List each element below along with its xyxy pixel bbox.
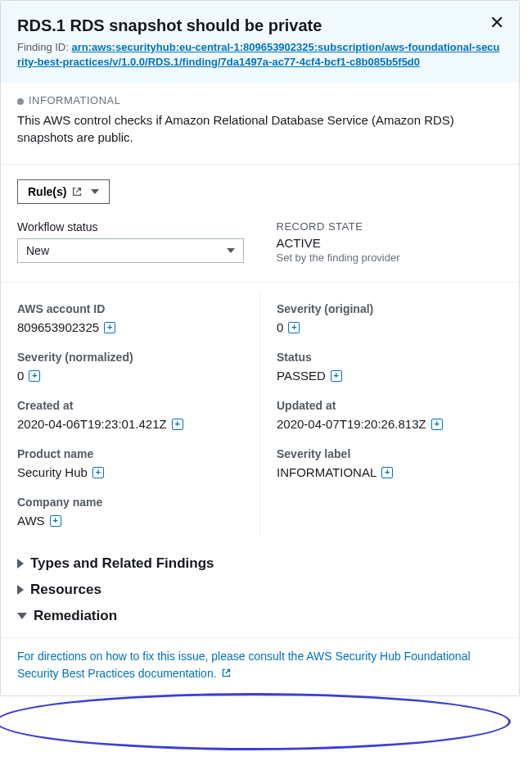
detail-row: Severity (normalized) 0+ Status PASSED+ xyxy=(1,342,519,391)
finding-title: RDS.1 RDS snapshot should be private xyxy=(17,16,503,35)
severity-label: INFORMATIONAL xyxy=(29,94,120,106)
workflow-status-label: Workflow status xyxy=(17,220,244,233)
detail-label: Severity label xyxy=(277,447,503,460)
add-filter-icon[interactable]: + xyxy=(331,370,342,382)
annotation-ellipse xyxy=(0,693,511,750)
detail-label: Updated at xyxy=(277,399,503,412)
detail-value: Security Hub xyxy=(17,465,88,479)
add-filter-icon[interactable]: + xyxy=(288,322,300,333)
detail-label: AWS account ID xyxy=(17,302,243,315)
finding-id-label: Finding ID: xyxy=(17,41,71,53)
add-filter-icon[interactable]: + xyxy=(431,419,443,430)
finding-detail-panel: ✕ RDS.1 RDS snapshot should be private F… xyxy=(0,0,520,696)
record-state-field: RECORD STATE ACTIVE Set by the finding p… xyxy=(277,220,503,264)
finding-header: ✕ RDS.1 RDS snapshot should be private F… xyxy=(1,1,519,83)
detail-value: AWS xyxy=(17,514,45,528)
remediation-section-header[interactable]: Remediation xyxy=(17,603,503,629)
add-filter-icon[interactable]: + xyxy=(29,370,40,382)
types-section-title: Types and Related Findings xyxy=(30,555,214,572)
description-block: INFORMATIONAL This AWS control checks if… xyxy=(1,83,519,165)
detail-value: 0 xyxy=(17,369,24,383)
severity-indicator: INFORMATIONAL xyxy=(17,94,503,106)
external-link-icon xyxy=(71,186,83,197)
detail-row: Product name Security Hub+ Severity labe… xyxy=(1,439,519,487)
description-text: This AWS control checks if Amazon Relati… xyxy=(17,111,503,146)
detail-label: Severity (original) xyxy=(277,302,503,315)
caret-down-icon xyxy=(91,189,99,194)
finding-id-line: Finding ID: arn:aws:securityhub:eu-centr… xyxy=(17,40,503,70)
record-state-value: ACTIVE xyxy=(277,236,503,250)
remediation-body: For directions on how to fix this issue,… xyxy=(1,637,519,695)
detail-value: 2020-04-07T19:20:26.813Z xyxy=(277,417,426,431)
add-filter-icon[interactable]: + xyxy=(50,515,61,527)
detail-value: 2020-04-06T19:23:01.421Z xyxy=(17,417,167,431)
detail-row: AWS account ID 809653902325+ Severity (o… xyxy=(1,294,519,342)
detail-row: Created at 2020-04-06T19:23:01.421Z+ Upd… xyxy=(1,391,519,439)
close-button[interactable]: ✕ xyxy=(488,14,506,32)
detail-value: INFORMATIONAL xyxy=(277,465,376,479)
types-section-header[interactable]: Types and Related Findings xyxy=(17,550,503,577)
resources-section-header[interactable]: Resources xyxy=(17,577,503,603)
caret-down-icon xyxy=(227,248,235,253)
external-link-icon xyxy=(221,668,232,678)
detail-label: Company name xyxy=(17,496,243,509)
detail-value: 0 xyxy=(277,320,283,334)
record-state-label: RECORD STATE xyxy=(277,220,503,233)
caret-right-icon xyxy=(17,585,24,595)
detail-label: Status xyxy=(277,351,503,364)
detail-label: Created at xyxy=(17,399,243,412)
controls-block: Rule(s) Workflow status New RECORD STATE… xyxy=(1,165,519,283)
detail-row: Company name AWS+ xyxy=(1,487,519,536)
add-filter-icon[interactable]: + xyxy=(104,322,115,333)
caret-down-icon xyxy=(17,613,27,619)
finding-id-link[interactable]: arn:aws:securityhub:eu-central-1:8096539… xyxy=(17,41,500,68)
rules-dropdown-button[interactable]: Rule(s) xyxy=(17,179,110,204)
remediation-section-title: Remediation xyxy=(34,608,117,624)
caret-right-icon xyxy=(17,559,24,568)
workflow-status-value: New xyxy=(26,244,49,257)
detail-label: Severity (normalized) xyxy=(17,351,243,364)
record-state-subtext: Set by the finding provider xyxy=(277,251,503,264)
resources-section-title: Resources xyxy=(30,582,101,598)
workflow-status-field: Workflow status New xyxy=(17,220,244,264)
detail-value: PASSED xyxy=(277,369,326,383)
workflow-status-select[interactable]: New xyxy=(17,238,244,263)
severity-dot-icon xyxy=(17,98,24,105)
add-filter-icon[interactable]: + xyxy=(92,467,104,478)
add-filter-icon[interactable]: + xyxy=(381,467,393,478)
add-filter-icon[interactable]: + xyxy=(172,419,183,430)
remediation-text: For directions on how to fix this issue,… xyxy=(17,650,471,680)
rules-label: Rule(s) xyxy=(28,185,66,198)
detail-label: Product name xyxy=(17,447,243,460)
expandable-sections: Types and Related Findings Resources Rem… xyxy=(1,542,519,637)
details-grid: AWS account ID 809653902325+ Severity (o… xyxy=(1,283,519,542)
remediation-link[interactable]: For directions on how to fix this issue,… xyxy=(17,650,471,680)
detail-value: 809653902325 xyxy=(17,320,99,334)
